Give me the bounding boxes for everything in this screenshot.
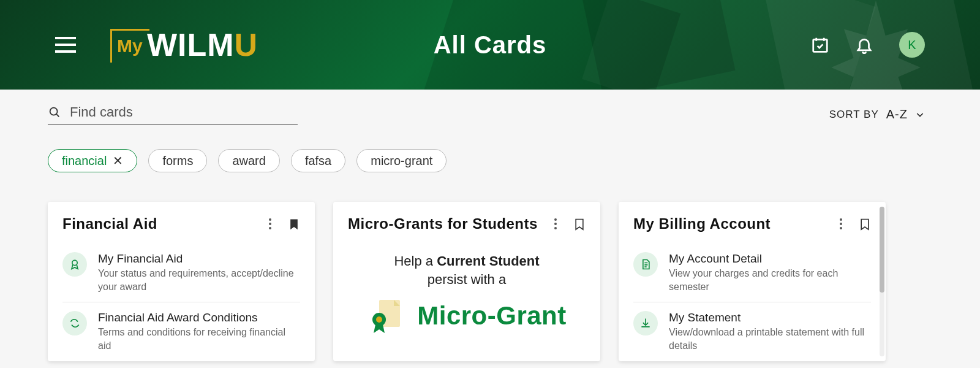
calendar-check-icon[interactable] <box>811 36 829 54</box>
ribbon-icon <box>62 252 87 277</box>
item-subtitle: Your status and requirements, accept/dec… <box>98 267 300 293</box>
chip-label: forms <box>162 154 193 168</box>
page-title: All Cards <box>434 31 547 59</box>
app-header: My WILMU All Cards K <box>0 0 980 90</box>
chip-fafsa[interactable]: fafsa <box>291 149 345 172</box>
bookmark-icon[interactable] <box>859 216 871 232</box>
logo-wilmu-text: WILMU <box>147 26 258 63</box>
close-icon[interactable]: ✕ <box>113 153 123 168</box>
list-item-texts: My Statement View/download a printable s… <box>669 311 871 352</box>
more-icon[interactable] <box>835 217 846 231</box>
micro-text-pre: Help a <box>394 253 437 269</box>
item-subtitle: View your charges and credits for each s… <box>669 267 871 293</box>
logo-u: U <box>235 27 258 63</box>
micro-text-bold: Current Student <box>437 253 539 269</box>
micro-grant-body: Help a Current Student persist with a Mi… <box>348 232 586 335</box>
card-micro-grants: Micro-Grants for Students Help a Current… <box>333 202 600 361</box>
svg-point-5 <box>376 316 382 323</box>
sort-by-label: SORT BY <box>829 109 879 121</box>
chip-micro-grant[interactable]: micro-grant <box>356 149 447 172</box>
list-item-texts: My Financial Aid Your status and require… <box>98 252 300 293</box>
certificate-icon <box>367 296 406 335</box>
menu-icon[interactable] <box>55 37 76 53</box>
chip-label: award <box>232 154 265 168</box>
chip-forms[interactable]: forms <box>148 149 207 172</box>
card-header: Financial Aid <box>62 215 300 232</box>
micro-grant-line2: persist with a <box>348 272 586 288</box>
download-icon <box>633 311 658 335</box>
card-billing-account: My Billing Account My Account Detail Vie… <box>619 202 886 361</box>
header-actions: K <box>811 32 925 58</box>
list-item[interactable]: My Statement View/download a printable s… <box>633 302 871 361</box>
list-item[interactable]: Financial Aid Award Conditions Terms and… <box>62 302 300 361</box>
sort-by-button[interactable]: SORT BY A-Z <box>829 107 925 121</box>
scrollbar-thumb[interactable] <box>880 207 884 293</box>
list-item[interactable]: My Account Detail View your charges and … <box>633 243 871 302</box>
content-area: SORT BY A-Z financial ✕ forms award fafs… <box>0 90 980 361</box>
micro-grant-big-text: Micro-Grant <box>417 301 567 331</box>
card-title: My Billing Account <box>633 215 771 232</box>
item-title: My Account Detail <box>669 252 871 266</box>
card-header-actions <box>265 216 300 232</box>
sort-by-value: A-Z <box>886 107 908 121</box>
chip-label: financial <box>62 154 107 168</box>
chip-label: micro-grant <box>371 154 432 168</box>
avatar-letter: K <box>908 38 916 52</box>
search-icon <box>48 105 61 119</box>
card-items: My Account Detail View your charges and … <box>633 243 871 361</box>
bell-icon[interactable] <box>855 36 873 54</box>
logo[interactable]: My WILMU <box>110 26 258 63</box>
swap-icon <box>62 311 87 335</box>
search-field[interactable] <box>48 104 298 125</box>
list-item-texts: Financial Aid Award Conditions Terms and… <box>98 311 300 352</box>
cards-grid: Financial Aid My Financial Aid Your stat… <box>48 202 925 361</box>
more-icon[interactable] <box>550 217 561 231</box>
list-item[interactable]: My Financial Aid Your status and require… <box>62 243 300 302</box>
card-items: My Financial Aid Your status and require… <box>62 243 300 361</box>
chevron-down-icon <box>915 110 925 120</box>
more-icon[interactable] <box>265 217 276 231</box>
card-header-actions <box>835 216 871 232</box>
document-icon <box>633 252 658 277</box>
logo-my-text: My <box>117 36 143 56</box>
item-title: My Statement <box>669 311 871 324</box>
bookmark-icon[interactable] <box>573 216 586 232</box>
list-item-texts: My Account Detail View your charges and … <box>669 252 871 293</box>
chip-label: fafsa <box>305 154 331 168</box>
card-title: Micro-Grants for Students <box>348 215 538 232</box>
toolbar-row: SORT BY A-Z <box>48 104 925 125</box>
bookmark-icon[interactable] <box>288 216 300 232</box>
search-input[interactable] <box>70 104 298 120</box>
svg-rect-0 <box>813 39 827 52</box>
micro-grant-graphic: Micro-Grant <box>348 296 586 335</box>
svg-point-1 <box>50 108 58 115</box>
item-subtitle: Terms and conditions for receiving finan… <box>98 326 300 352</box>
logo-wilm: WILM <box>147 27 235 63</box>
card-title: Financial Aid <box>62 215 157 232</box>
chip-award[interactable]: award <box>218 149 279 172</box>
item-title: Financial Aid Award Conditions <box>98 311 300 324</box>
avatar[interactable]: K <box>899 32 925 58</box>
card-header-actions <box>550 216 586 232</box>
card-financial-aid: Financial Aid My Financial Aid Your stat… <box>48 202 315 361</box>
item-subtitle: View/download a printable statement with… <box>669 326 871 352</box>
card-header: Micro-Grants for Students <box>348 215 586 232</box>
scrollbar[interactable] <box>880 207 884 356</box>
filter-chips: financial ✕ forms award fafsa micro-gran… <box>48 149 925 172</box>
item-title: My Financial Aid <box>98 252 300 266</box>
header-decoration <box>576 0 736 90</box>
card-header: My Billing Account <box>633 215 871 232</box>
micro-grant-line1: Help a Current Student <box>348 253 586 269</box>
chip-financial[interactable]: financial ✕ <box>48 149 137 172</box>
logo-my-frame: My <box>110 29 149 61</box>
svg-point-2 <box>72 260 77 265</box>
